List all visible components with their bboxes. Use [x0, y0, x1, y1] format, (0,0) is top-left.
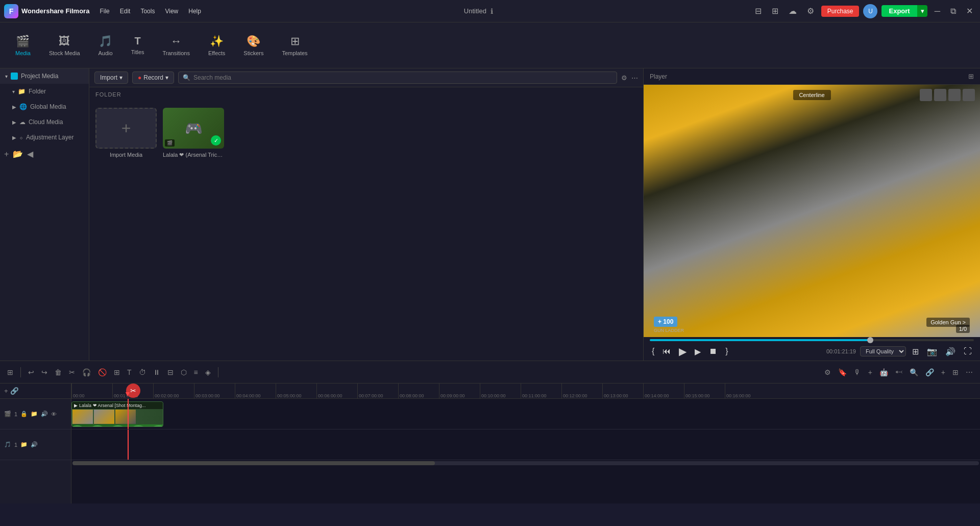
crop-button[interactable]: ⛶: [962, 346, 974, 357]
menu-tools[interactable]: Tools: [136, 6, 159, 17]
tab-effects[interactable]: ✨ Effects: [201, 31, 232, 60]
menu-view[interactable]: View: [161, 6, 182, 17]
tab-transitions[interactable]: ↔ Transitions: [156, 31, 197, 60]
progress-bar[interactable]: [650, 339, 974, 341]
thumb-frame-2: [94, 410, 114, 424]
marker-button[interactable]: 🔖: [836, 367, 849, 377]
text-button[interactable]: T: [125, 367, 134, 377]
fullscreen-button[interactable]: ⊞: [910, 346, 921, 357]
progress-thumb[interactable]: [867, 337, 873, 343]
tick-label-3: 00:03:00:00: [195, 393, 220, 398]
ai-button[interactable]: 🤖: [877, 367, 890, 377]
crop2-button[interactable]: ⊟: [165, 367, 176, 377]
add-track-button[interactable]: +: [866, 367, 874, 377]
mute-video-button[interactable]: 🔊: [41, 411, 48, 417]
tab-stickers[interactable]: 🎨 Stickers: [236, 31, 271, 60]
player-panel: Player ⊞ Centerline + 100 GUN LADDER Gol…: [643, 68, 980, 361]
import-dropdown[interactable]: Import ▾: [94, 71, 128, 84]
more-timeline-button[interactable]: ⋯: [964, 367, 975, 377]
video-clip[interactable]: ▶ Lalala ❤ Arsenal [Shot Montag...: [71, 401, 163, 427]
horizontal-scrollbar[interactable]: [72, 461, 979, 465]
timeline-layout-button[interactable]: ⊞: [5, 367, 15, 377]
panel-collapse-button[interactable]: ◀: [26, 148, 34, 160]
step-back-button[interactable]: ⏮: [660, 346, 673, 357]
mute-audio-button[interactable]: 🔊: [31, 441, 38, 448]
tab-titles[interactable]: T Titles: [124, 31, 152, 59]
snap-button[interactable]: ⚙: [822, 367, 833, 377]
ruler-tick-8: 00:08:00:00: [398, 384, 439, 398]
zoom-in-button[interactable]: +: [939, 367, 947, 377]
lock-video-button[interactable]: 🔒: [20, 411, 28, 417]
layout-icon[interactable]: ⊞: [769, 4, 781, 18]
mark-out-button[interactable]: }: [723, 346, 730, 357]
scrollbar-thumb[interactable]: [72, 461, 435, 465]
grid-view-button[interactable]: ⊞: [950, 367, 961, 377]
menu-file[interactable]: File: [95, 6, 113, 17]
pan-button[interactable]: ⬡: [179, 367, 189, 377]
more-options-button[interactable]: ⋯: [631, 74, 638, 82]
search-input[interactable]: [193, 74, 612, 81]
equalizer-button[interactable]: ≡: [192, 367, 200, 377]
link-tracks-button[interactable]: 🔗: [10, 387, 19, 395]
monitor-icon[interactable]: ⊟: [752, 4, 765, 18]
cut-button[interactable]: ✂: [67, 367, 77, 377]
main-content: ▾ Project Media ▾ 📁 Folder ▶ 🌐 Global Me…: [0, 68, 980, 361]
delete-button[interactable]: 🗑: [53, 367, 64, 377]
volume-button[interactable]: 🔊: [943, 346, 958, 357]
cloud-icon[interactable]: ☁: [786, 4, 800, 18]
quality-select[interactable]: Full Quality: [860, 346, 906, 356]
folder-options-button[interactable]: 📂: [12, 148, 24, 160]
zoom-out-button[interactable]: 🔍: [908, 367, 920, 377]
link-button[interactable]: 🔗: [923, 367, 936, 377]
menu-help[interactable]: Help: [184, 6, 205, 17]
ruler-tick-6: 00:06:00:00: [316, 384, 357, 398]
undo-button[interactable]: ↩: [26, 367, 36, 377]
add-media-button[interactable]: +: [4, 387, 8, 395]
composite-button[interactable]: ◈: [203, 367, 213, 377]
redo-button[interactable]: ↪: [39, 367, 50, 377]
tab-media[interactable]: 🎬 Media: [8, 31, 38, 60]
menu-bar: File Edit Tools View Help: [95, 6, 205, 17]
close-button[interactable]: ✕: [963, 4, 976, 18]
export-dropdown-button[interactable]: ▾: [917, 5, 927, 17]
sidebar-item-global-media[interactable]: ▶ 🌐 Global Media: [0, 99, 89, 114]
stop-button[interactable]: ⏹: [707, 346, 719, 357]
caption-button[interactable]: ⬷: [893, 367, 904, 377]
tab-audio[interactable]: 🎵 Audio: [91, 31, 120, 60]
speed-button[interactable]: ⏱: [137, 367, 148, 377]
record-chevron: ▾: [165, 74, 168, 81]
audio-detach-button[interactable]: 🎧: [80, 367, 93, 377]
mark-in-button[interactable]: {: [650, 346, 656, 357]
purchase-button[interactable]: Purchase: [821, 6, 860, 17]
import-media-item[interactable]: + Import Media: [95, 108, 157, 158]
settings-icon[interactable]: ⚙: [804, 4, 817, 18]
crop-timeline-button[interactable]: ⊞: [112, 367, 122, 377]
player-expand-button[interactable]: ⊞: [968, 73, 974, 80]
export-button[interactable]: Export: [881, 5, 917, 17]
sidebar-item-adjustment-layer[interactable]: ▶ ⬦ Adjustment Layer: [0, 130, 89, 145]
screenshot-button[interactable]: 📷: [925, 346, 939, 357]
add-folder-button[interactable]: +: [3, 148, 10, 160]
step-forward-button[interactable]: ▶: [693, 346, 703, 357]
ruler-tick-3: 00:03:00:00: [194, 384, 235, 398]
record-dropdown[interactable]: ● Record ▾: [132, 71, 174, 84]
no-pen-button[interactable]: 🚫: [96, 367, 109, 377]
folder-video-button[interactable]: 📁: [31, 411, 38, 417]
sidebar-item-folder[interactable]: ▾ 📁 Folder: [0, 84, 89, 99]
sidebar-item-cloud-media[interactable]: ▶ ☁ Cloud Media: [0, 114, 89, 130]
avatar[interactable]: U: [863, 4, 877, 18]
freeze-button[interactable]: ⏸: [151, 367, 162, 377]
track-video-icon: 🎬: [4, 411, 11, 417]
folder-audio-button[interactable]: 📁: [20, 441, 28, 448]
maximize-button[interactable]: ⧉: [947, 5, 959, 18]
play-pause-button[interactable]: ▶: [677, 344, 689, 358]
menu-edit[interactable]: Edit: [116, 6, 135, 17]
minimize-button[interactable]: ─: [932, 5, 943, 18]
video-media-item[interactable]: 🎮 ✓ 🎬 Lalala ❤ (Arsenal Trick...: [163, 108, 224, 158]
eye-video-button[interactable]: 👁: [51, 411, 57, 417]
project-media-header[interactable]: ▾ Project Media: [0, 68, 89, 84]
record-voice-button[interactable]: 🎙: [852, 367, 863, 377]
tab-stock-media[interactable]: 🖼 Stock Media: [42, 31, 87, 60]
tab-templates[interactable]: ⊞ Templates: [275, 31, 314, 60]
filter-button[interactable]: ⚙: [621, 74, 627, 82]
